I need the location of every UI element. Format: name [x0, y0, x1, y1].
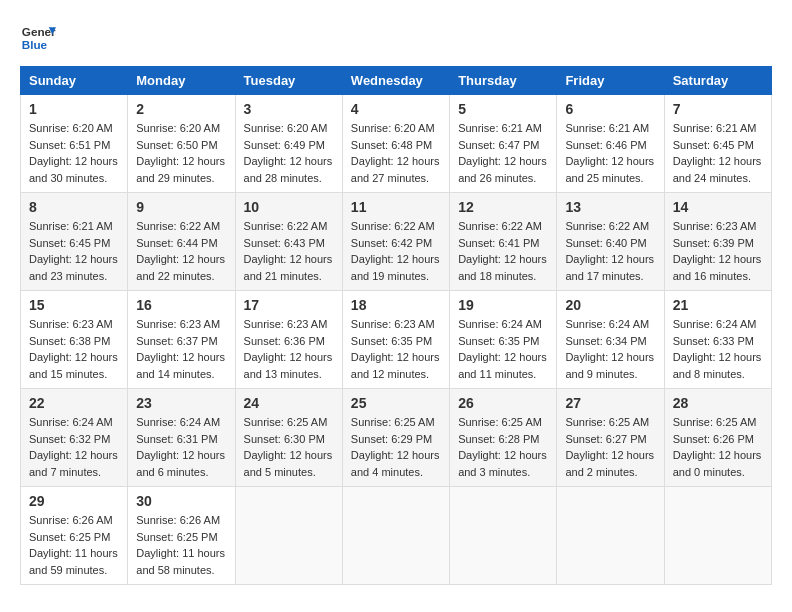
- daylight-text: Daylight: 12 hours and 29 minutes.: [136, 153, 226, 186]
- calendar-table: SundayMondayTuesdayWednesdayThursdayFrid…: [20, 66, 772, 585]
- sunset-text: Sunset: 6:47 PM: [458, 137, 548, 154]
- sunrise-text: Sunrise: 6:21 AM: [565, 120, 655, 137]
- daylight-text: Daylight: 12 hours and 30 minutes.: [29, 153, 119, 186]
- calendar-cell: 4 Sunrise: 6:20 AM Sunset: 6:48 PM Dayli…: [342, 95, 449, 193]
- sunset-text: Sunset: 6:29 PM: [351, 431, 441, 448]
- sunrise-text: Sunrise: 6:23 AM: [351, 316, 441, 333]
- weekday-header: Friday: [557, 67, 664, 95]
- svg-text:Blue: Blue: [22, 38, 48, 51]
- sunset-text: Sunset: 6:43 PM: [244, 235, 334, 252]
- calendar-cell: 20 Sunrise: 6:24 AM Sunset: 6:34 PM Dayl…: [557, 291, 664, 389]
- day-info: Sunrise: 6:25 AM Sunset: 6:29 PM Dayligh…: [351, 414, 441, 480]
- day-number: 19: [458, 297, 548, 313]
- daylight-text: Daylight: 11 hours and 59 minutes.: [29, 545, 119, 578]
- sunrise-text: Sunrise: 6:20 AM: [29, 120, 119, 137]
- daylight-text: Daylight: 12 hours and 28 minutes.: [244, 153, 334, 186]
- sunrise-text: Sunrise: 6:26 AM: [136, 512, 226, 529]
- sunrise-text: Sunrise: 6:23 AM: [29, 316, 119, 333]
- calendar-cell: 1 Sunrise: 6:20 AM Sunset: 6:51 PM Dayli…: [21, 95, 128, 193]
- day-info: Sunrise: 6:24 AM Sunset: 6:32 PM Dayligh…: [29, 414, 119, 480]
- day-info: Sunrise: 6:21 AM Sunset: 6:45 PM Dayligh…: [673, 120, 763, 186]
- sunrise-text: Sunrise: 6:22 AM: [244, 218, 334, 235]
- sunset-text: Sunset: 6:35 PM: [351, 333, 441, 350]
- day-info: Sunrise: 6:22 AM Sunset: 6:41 PM Dayligh…: [458, 218, 548, 284]
- calendar-week: 15 Sunrise: 6:23 AM Sunset: 6:38 PM Dayl…: [21, 291, 772, 389]
- calendar-cell: 22 Sunrise: 6:24 AM Sunset: 6:32 PM Dayl…: [21, 389, 128, 487]
- day-info: Sunrise: 6:25 AM Sunset: 6:28 PM Dayligh…: [458, 414, 548, 480]
- svg-text:General: General: [22, 25, 56, 38]
- day-number: 22: [29, 395, 119, 411]
- sunrise-text: Sunrise: 6:24 AM: [565, 316, 655, 333]
- day-info: Sunrise: 6:21 AM Sunset: 6:46 PM Dayligh…: [565, 120, 655, 186]
- calendar-cell: 10 Sunrise: 6:22 AM Sunset: 6:43 PM Dayl…: [235, 193, 342, 291]
- daylight-text: Daylight: 12 hours and 9 minutes.: [565, 349, 655, 382]
- day-info: Sunrise: 6:20 AM Sunset: 6:51 PM Dayligh…: [29, 120, 119, 186]
- day-info: Sunrise: 6:24 AM Sunset: 6:34 PM Dayligh…: [565, 316, 655, 382]
- calendar-cell: 30 Sunrise: 6:26 AM Sunset: 6:25 PM Dayl…: [128, 487, 235, 585]
- weekday-header: Sunday: [21, 67, 128, 95]
- calendar-week: 29 Sunrise: 6:26 AM Sunset: 6:25 PM Dayl…: [21, 487, 772, 585]
- sunset-text: Sunset: 6:45 PM: [29, 235, 119, 252]
- daylight-text: Daylight: 12 hours and 2 minutes.: [565, 447, 655, 480]
- day-number: 4: [351, 101, 441, 117]
- daylight-text: Daylight: 12 hours and 22 minutes.: [136, 251, 226, 284]
- sunrise-text: Sunrise: 6:24 AM: [29, 414, 119, 431]
- calendar-cell: 29 Sunrise: 6:26 AM Sunset: 6:25 PM Dayl…: [21, 487, 128, 585]
- sunrise-text: Sunrise: 6:24 AM: [673, 316, 763, 333]
- daylight-text: Daylight: 12 hours and 5 minutes.: [244, 447, 334, 480]
- daylight-text: Daylight: 12 hours and 12 minutes.: [351, 349, 441, 382]
- day-number: 16: [136, 297, 226, 313]
- daylight-text: Daylight: 12 hours and 6 minutes.: [136, 447, 226, 480]
- sunset-text: Sunset: 6:35 PM: [458, 333, 548, 350]
- calendar-cell: 17 Sunrise: 6:23 AM Sunset: 6:36 PM Dayl…: [235, 291, 342, 389]
- day-number: 17: [244, 297, 334, 313]
- daylight-text: Daylight: 12 hours and 23 minutes.: [29, 251, 119, 284]
- sunset-text: Sunset: 6:33 PM: [673, 333, 763, 350]
- calendar-week: 22 Sunrise: 6:24 AM Sunset: 6:32 PM Dayl…: [21, 389, 772, 487]
- day-info: Sunrise: 6:22 AM Sunset: 6:43 PM Dayligh…: [244, 218, 334, 284]
- calendar-cell: 26 Sunrise: 6:25 AM Sunset: 6:28 PM Dayl…: [450, 389, 557, 487]
- sunset-text: Sunset: 6:32 PM: [29, 431, 119, 448]
- calendar-cell: 24 Sunrise: 6:25 AM Sunset: 6:30 PM Dayl…: [235, 389, 342, 487]
- weekday-header: Saturday: [664, 67, 771, 95]
- weekday-header: Thursday: [450, 67, 557, 95]
- day-number: 29: [29, 493, 119, 509]
- calendar-cell: [342, 487, 449, 585]
- sunset-text: Sunset: 6:25 PM: [29, 529, 119, 546]
- calendar-cell: 6 Sunrise: 6:21 AM Sunset: 6:46 PM Dayli…: [557, 95, 664, 193]
- calendar-cell: 15 Sunrise: 6:23 AM Sunset: 6:38 PM Dayl…: [21, 291, 128, 389]
- sunrise-text: Sunrise: 6:25 AM: [565, 414, 655, 431]
- day-number: 13: [565, 199, 655, 215]
- daylight-text: Daylight: 12 hours and 27 minutes.: [351, 153, 441, 186]
- sunrise-text: Sunrise: 6:21 AM: [458, 120, 548, 137]
- daylight-text: Daylight: 12 hours and 11 minutes.: [458, 349, 548, 382]
- day-number: 9: [136, 199, 226, 215]
- sunrise-text: Sunrise: 6:20 AM: [351, 120, 441, 137]
- day-number: 12: [458, 199, 548, 215]
- daylight-text: Daylight: 12 hours and 7 minutes.: [29, 447, 119, 480]
- calendar-cell: [450, 487, 557, 585]
- sunset-text: Sunset: 6:34 PM: [565, 333, 655, 350]
- day-number: 6: [565, 101, 655, 117]
- day-info: Sunrise: 6:22 AM Sunset: 6:42 PM Dayligh…: [351, 218, 441, 284]
- logo-icon: General Blue: [20, 20, 56, 56]
- day-number: 18: [351, 297, 441, 313]
- day-info: Sunrise: 6:25 AM Sunset: 6:27 PM Dayligh…: [565, 414, 655, 480]
- day-number: 27: [565, 395, 655, 411]
- daylight-text: Daylight: 12 hours and 16 minutes.: [673, 251, 763, 284]
- day-number: 14: [673, 199, 763, 215]
- day-number: 11: [351, 199, 441, 215]
- day-info: Sunrise: 6:21 AM Sunset: 6:47 PM Dayligh…: [458, 120, 548, 186]
- day-info: Sunrise: 6:26 AM Sunset: 6:25 PM Dayligh…: [136, 512, 226, 578]
- sunrise-text: Sunrise: 6:20 AM: [244, 120, 334, 137]
- day-number: 30: [136, 493, 226, 509]
- sunset-text: Sunset: 6:30 PM: [244, 431, 334, 448]
- sunrise-text: Sunrise: 6:20 AM: [136, 120, 226, 137]
- sunrise-text: Sunrise: 6:23 AM: [136, 316, 226, 333]
- daylight-text: Daylight: 12 hours and 4 minutes.: [351, 447, 441, 480]
- sunset-text: Sunset: 6:39 PM: [673, 235, 763, 252]
- calendar-cell: 3 Sunrise: 6:20 AM Sunset: 6:49 PM Dayli…: [235, 95, 342, 193]
- day-info: Sunrise: 6:24 AM Sunset: 6:33 PM Dayligh…: [673, 316, 763, 382]
- calendar-cell: 16 Sunrise: 6:23 AM Sunset: 6:37 PM Dayl…: [128, 291, 235, 389]
- day-number: 25: [351, 395, 441, 411]
